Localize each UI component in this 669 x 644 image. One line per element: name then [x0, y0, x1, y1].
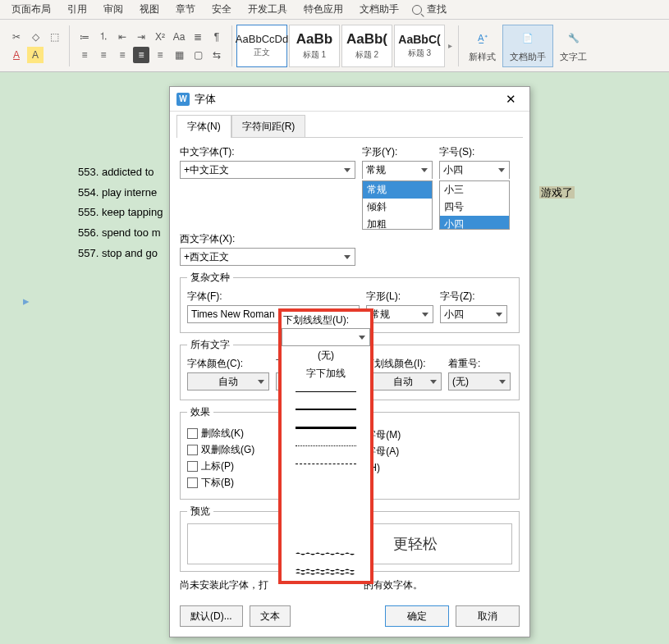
docasst-label: 文档助手	[510, 51, 546, 63]
ul-opt-dashed-tight[interactable]	[282, 454, 370, 473]
fx-dblstrike[interactable]: 双删除线(G)	[187, 443, 254, 457]
alltext-legend: 所有文字	[187, 338, 233, 352]
ul-opt-solid-thin[interactable]	[282, 382, 370, 400]
color-combo[interactable]: 自动	[187, 372, 269, 391]
ribbon-toolbar: ✂ ◇ ⬚ A A ≔ ⒈ ⇤ ⇥ X² Aa ≣ ¶ ≡ ≡ ≡ ≡ ≡ ▦ …	[0, 20, 669, 72]
menu-view[interactable]: 视图	[131, 0, 167, 19]
ul-opt-dashdot[interactable]	[282, 509, 370, 527]
size-label: 字号(S):	[439, 145, 510, 159]
menu-review[interactable]: 审阅	[95, 0, 131, 19]
cx-shape-label: 字形(L):	[366, 290, 433, 304]
textfx-button[interactable]: 🔧 文字工	[553, 25, 593, 66]
ulcolor-label: 下划线颜色(I):	[364, 357, 442, 371]
textfx-label: 文字工	[560, 51, 587, 63]
numbering-icon[interactable]: ⒈	[95, 29, 112, 45]
distribute-icon[interactable]: ≡	[152, 47, 168, 63]
ulcolor-combo[interactable]: 自动	[364, 372, 442, 391]
ul-opt-dash-wide[interactable]	[282, 491, 370, 509]
style-more-icon[interactable]: ▸	[448, 41, 452, 50]
size-input[interactable]: 小四	[439, 161, 510, 179]
docasst-button[interactable]: 📄 文档助手	[502, 25, 553, 67]
cancel-button[interactable]: 取消	[456, 605, 520, 627]
textfx-button[interactable]: 文本	[250, 605, 291, 627]
ul-opt-wordsbelow[interactable]: 字下加线	[282, 364, 370, 382]
align-center-icon[interactable]: ≡	[95, 47, 112, 63]
shape-opt-bold[interactable]: 加粗	[363, 216, 432, 230]
cx-shape-combo[interactable]: 常规	[366, 305, 433, 323]
size-listbox[interactable]: 小三 四号 小四	[439, 180, 510, 230]
default-button[interactable]: 默认(D)...	[180, 605, 243, 627]
cn-font-combo[interactable]: +中文正文	[180, 161, 355, 179]
en-font-combo[interactable]: +西文正文	[180, 248, 355, 266]
fx-sub[interactable]: 下标(B)	[187, 476, 254, 490]
shape-label: 字形(Y):	[362, 145, 433, 159]
align-justify-icon[interactable]: ≡	[133, 47, 149, 63]
nav-pane-icon[interactable]: ▸	[23, 294, 30, 308]
style-h3[interactable]: AaBbC( 标题 3	[394, 25, 445, 67]
align-right-icon[interactable]: ≡	[114, 47, 131, 63]
ul-opt-dash-long[interactable]	[282, 473, 370, 491]
fx-super[interactable]: 上标(P)	[187, 459, 254, 473]
shape-opt-italic[interactable]: 倾斜	[363, 199, 432, 216]
close-button[interactable]: ✕	[498, 89, 523, 109]
tab-spacing[interactable]: 字符间距(R)	[231, 115, 306, 138]
style-normal[interactable]: AaBbCcDd 正文	[236, 25, 287, 67]
align-left-icon[interactable]: ≡	[76, 47, 93, 63]
shape-listbox[interactable]: 常规 倾斜 加粗	[362, 180, 433, 230]
app-logo-icon: W	[176, 93, 190, 106]
paragraph-icon[interactable]: ¶	[208, 29, 225, 45]
cn-font-label: 中文字体(T):	[180, 145, 355, 159]
ok-button[interactable]: 确定	[385, 605, 449, 627]
dialog-titlebar: W 字体 ✕	[170, 87, 529, 112]
line-spacing-icon[interactable]: ≣	[190, 29, 206, 45]
fx-strike[interactable]: 删除线(K)	[187, 427, 254, 441]
color-label: 字体颜色(C):	[187, 357, 269, 371]
indent-inc-icon[interactable]: ⇥	[133, 29, 149, 45]
rubi-icon[interactable]: ⬚	[46, 29, 62, 45]
shape-input[interactable]: 常规	[362, 161, 433, 179]
style-h2[interactable]: AaBb( 标题 2	[341, 25, 392, 67]
shape-opt-normal[interactable]: 常规	[363, 181, 432, 199]
menu-apps[interactable]: 特色应用	[296, 0, 351, 19]
menu-search[interactable]: 查找	[412, 2, 447, 16]
ul-opt-solid-med[interactable]	[282, 400, 370, 418]
format-painter-icon[interactable]: ✂	[8, 29, 25, 45]
shading-icon[interactable]: ▦	[171, 47, 187, 63]
underline-dropdown-combo[interactable]	[282, 328, 370, 346]
borders-icon[interactable]: ▢	[190, 47, 206, 63]
ul-opt-dashdotdot[interactable]	[282, 527, 370, 545]
size-opt[interactable]: 四号	[440, 199, 509, 216]
case-icon[interactable]: Aa	[171, 29, 187, 45]
textfx-icon: 🔧	[564, 29, 584, 48]
emphasis-combo[interactable]: (无)	[448, 372, 511, 391]
menu-devtools[interactable]: 开发工具	[240, 0, 296, 19]
menu-reference[interactable]: 引用	[59, 0, 95, 19]
ul-opt-dotted[interactable]	[282, 436, 370, 454]
cx-size-combo[interactable]: 小四	[440, 305, 507, 323]
tab-font[interactable]: 字体(N)	[176, 115, 231, 138]
newstyle-button[interactable]: A̲ᐩ 新样式	[462, 25, 502, 66]
ul-opt-none[interactable]: (无)	[282, 346, 370, 364]
ul-opt-wave-dbl[interactable]	[282, 563, 370, 581]
clear-format-icon[interactable]: ◇	[27, 29, 44, 45]
ul-opt-solid-thick[interactable]	[282, 418, 370, 436]
style-h1[interactable]: AaBb 标题 1	[289, 25, 340, 67]
ul-opt-wave[interactable]	[282, 545, 370, 563]
menu-pagelayout[interactable]: 页面布局	[3, 0, 59, 19]
highlight-icon[interactable]: A	[27, 47, 44, 63]
size-opt[interactable]: 小三	[440, 181, 509, 199]
indent-dec-icon[interactable]: ⇤	[114, 29, 131, 45]
menu-docasst[interactable]: 文档助手	[351, 0, 407, 19]
complex-legend: 复杂文种	[187, 271, 233, 285]
size-opt[interactable]: 小四	[440, 216, 509, 230]
menu-security[interactable]: 安全	[204, 0, 240, 19]
menu-chapter[interactable]: 章节	[167, 0, 204, 19]
cx-font-label: 字体(F):	[187, 290, 360, 304]
font-color-icon[interactable]: A	[8, 47, 25, 63]
underline-dropdown-label: 下划线线型(U):	[282, 312, 370, 328]
en-font-label: 西文字体(X):	[180, 232, 355, 246]
bullets-icon[interactable]: ≔	[76, 29, 93, 45]
preview-legend: 预览	[187, 505, 213, 518]
tab-icon[interactable]: ⇆	[208, 47, 225, 63]
superscript-icon[interactable]: X²	[152, 29, 168, 45]
